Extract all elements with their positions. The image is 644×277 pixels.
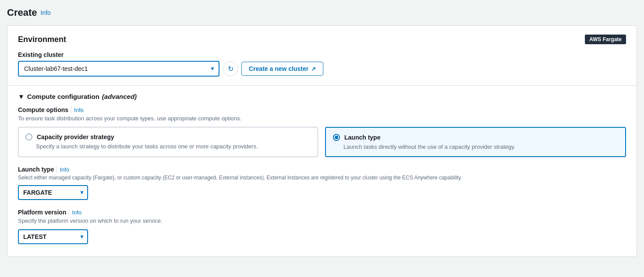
external-link-icon: ↗ [311, 66, 316, 72]
compute-config-title: ▼ Compute configuration (advanced) [18, 93, 626, 100]
capacity-provider-desc: Specify a launch strategy to distribute … [36, 143, 311, 150]
platform-version-select-wrapper: LATEST ▼ [18, 229, 88, 244]
compute-config-italic: (advanced) [102, 93, 137, 100]
compute-options-info-link[interactable]: Info [71, 107, 84, 113]
launch-type-option[interactable]: Launch type Launch tasks directly withou… [325, 127, 626, 157]
launch-type-select[interactable]: FARGATE [18, 185, 88, 200]
launch-type-label-row: Launch type Info [18, 166, 626, 173]
refresh-icon: ↻ [228, 65, 234, 73]
compute-options-label-row: Compute options Info [18, 106, 626, 113]
platform-version-label-row: Platform version Info [18, 209, 626, 216]
launch-type-section: Launch type Info Select either managed c… [18, 166, 626, 200]
environment-card: Environment AWS Fargate Existing cluster… [7, 25, 637, 257]
create-new-cluster-button[interactable]: Create a new cluster ↗ [241, 62, 323, 76]
refresh-button[interactable]: ↻ [223, 61, 238, 76]
platform-version-select[interactable]: LATEST [18, 229, 88, 244]
launch-type-option-desc: Launch tasks directly without the use of… [343, 144, 618, 150]
launch-type-label: Launch type [18, 166, 54, 173]
compute-options-row: Capacity provider strategy Specify a lau… [18, 127, 626, 157]
page-info-link[interactable]: Info [40, 9, 50, 16]
card-header: Environment AWS Fargate [18, 35, 626, 44]
compute-options-label: Compute options [18, 106, 68, 113]
section-divider [7, 85, 637, 86]
launch-type-info-link[interactable]: Info [57, 166, 69, 173]
platform-version-desc: Specify the platform version on which to… [18, 217, 626, 224]
capacity-provider-radio[interactable] [25, 133, 32, 140]
platform-version-label: Platform version [18, 209, 66, 216]
page-header: Create Info [7, 7, 637, 18]
existing-cluster-row: Cluster-lab67-test-dec1 ▼ ↻ Create a new… [18, 61, 626, 77]
existing-cluster-select[interactable]: Cluster-lab67-test-dec1 [18, 61, 219, 77]
card-title: Environment [18, 35, 66, 44]
capacity-provider-header: Capacity provider strategy [25, 133, 311, 140]
create-cluster-label: Create a new cluster [249, 65, 308, 72]
launch-type-option-label: Launch type [344, 134, 380, 141]
platform-version-info-link[interactable]: Info [69, 209, 81, 216]
triangle-icon: ▼ [18, 93, 25, 100]
capacity-provider-option[interactable]: Capacity provider strategy Specify a lau… [18, 127, 318, 157]
capacity-provider-label: Capacity provider strategy [37, 133, 114, 140]
launch-type-desc: Select either managed capacity (Fargate)… [18, 175, 626, 181]
launch-type-header: Launch type [333, 134, 618, 141]
existing-cluster-select-wrapper: Cluster-lab67-test-dec1 ▼ [18, 61, 219, 77]
page-title: Create [7, 7, 37, 18]
launch-type-radio[interactable] [333, 134, 340, 141]
launch-type-select-wrapper: FARGATE ▼ [18, 185, 88, 200]
existing-cluster-label: Existing cluster [18, 51, 626, 58]
compute-config-label: Compute configuration [27, 93, 99, 100]
aws-fargate-badge: AWS Fargate [585, 35, 626, 44]
compute-options-desc: To ensure task distribution across your … [18, 115, 626, 122]
platform-version-section: Platform version Info Specify the platfo… [18, 209, 626, 244]
